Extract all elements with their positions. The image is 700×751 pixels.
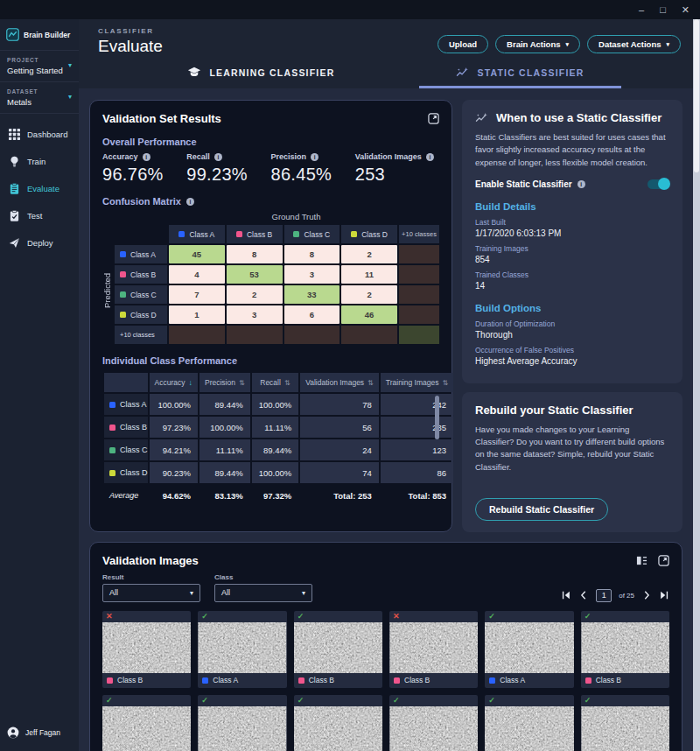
cm-cell-value[interactable]: 11 xyxy=(341,265,397,284)
value-cell: 78 xyxy=(300,394,379,415)
info-icon[interactable]: i xyxy=(214,153,222,161)
table-scrollbar[interactable] xyxy=(435,396,439,439)
first-page-button[interactable] xyxy=(561,590,571,600)
average-label: Average xyxy=(104,485,148,506)
validation-image-card[interactable]: ✓Class C xyxy=(389,695,478,751)
info-icon[interactable]: i xyxy=(143,153,150,161)
brain-actions-label: Brain Actions xyxy=(507,39,560,49)
brain-actions-button[interactable]: Brain Actions▾ xyxy=(495,35,580,53)
panel-title: Validation Set Results xyxy=(102,112,221,125)
validation-images-panel: Validation Images ResultAll▾ClassAll▾ xyxy=(89,542,682,751)
window-titlebar: – □ ✕ xyxy=(0,0,700,19)
dataset-actions-button[interactable]: Dataset Actions▾ xyxy=(587,35,681,53)
validation-image-card[interactable]: ✕Class B xyxy=(102,611,191,688)
value-cell: 24 xyxy=(300,439,379,460)
result-indicator: ✓ xyxy=(581,611,669,622)
main-area: CLASSIFIER Evaluate Upload Brain Actions… xyxy=(79,19,693,751)
cm-cell-value[interactable]: 2 xyxy=(341,285,397,304)
sidebar-item-train[interactable]: Train xyxy=(0,148,79,175)
sidebar-item-deploy[interactable]: Deploy xyxy=(0,229,79,256)
validation-image-card[interactable]: ✓Class B xyxy=(294,611,382,688)
cm-cell-value[interactable]: 8 xyxy=(227,245,283,263)
class-color-chip xyxy=(109,470,116,476)
cm-cell-value[interactable]: 2 xyxy=(341,245,397,263)
column-header-validation-images[interactable]: Validation Images⇅ xyxy=(300,373,379,392)
close-button[interactable]: ✕ xyxy=(682,5,690,15)
page-eyebrow: CLASSIFIER xyxy=(98,27,163,35)
confusion-matrix-grid: Class AClass BClass CClass D+10 classesC… xyxy=(115,225,439,344)
column-header-accuracy[interactable]: Accuracy↓ xyxy=(150,373,198,392)
info-icon[interactable]: i xyxy=(186,198,194,206)
cm-cell-value[interactable]: 53 xyxy=(227,265,283,284)
validation-image-card[interactable]: ✓Class B xyxy=(581,611,669,688)
info-icon[interactable]: i xyxy=(311,153,318,161)
class-filter-select[interactable]: All▾ xyxy=(214,584,312,602)
info-icon[interactable]: i xyxy=(578,180,585,188)
class-color-chip xyxy=(120,291,126,298)
previous-page-button[interactable] xyxy=(578,590,589,600)
app-scrollbar[interactable] xyxy=(693,19,700,751)
user-profile[interactable]: Jeff Fagan xyxy=(0,719,79,746)
cm-cell-value[interactable]: 6 xyxy=(284,305,340,324)
class-color-chip xyxy=(489,677,495,684)
list-view-icon[interactable] xyxy=(636,555,648,566)
sidebar-item-dashboard[interactable]: Dashboard xyxy=(0,121,79,148)
tab-learning-classifier[interactable]: LEARNING CLASSIFIER xyxy=(150,60,371,88)
cm-cell-value[interactable]: 3 xyxy=(284,265,340,284)
class-name: Class C xyxy=(120,446,148,454)
value-cell: 89.44% xyxy=(200,394,250,415)
class-name-cell: Class B xyxy=(104,417,148,438)
column-header-precision[interactable]: Precision⇅ xyxy=(200,373,250,392)
column-header-training-images[interactable]: Training Images⇅ xyxy=(381,373,453,392)
page-number-input[interactable]: 1 xyxy=(596,589,612,602)
minimize-button[interactable]: – xyxy=(639,5,644,15)
result-filter-select[interactable]: All▾ xyxy=(102,584,200,602)
validation-image-card[interactable]: ✓Class D xyxy=(294,695,382,751)
class-performance-table: Accuracy↓Precision⇅Recall⇅Validation Ima… xyxy=(102,371,455,508)
validation-image-card[interactable]: ✕Class B xyxy=(389,611,478,688)
chevron-down-icon: ▾ xyxy=(302,589,305,597)
image-class-name: Class B xyxy=(596,676,621,684)
cm-cell-value[interactable]: 45 xyxy=(169,245,225,263)
validation-image-card[interactable]: ✓Class A xyxy=(198,611,286,688)
class-color-chip xyxy=(178,231,185,237)
validation-image-card[interactable]: ✓Class B xyxy=(198,695,286,751)
validation-image-card[interactable]: ✓Class B xyxy=(485,695,573,751)
sidebar-menu: DashboardTrainEvaluateTestDeploy xyxy=(0,121,79,256)
next-page-button[interactable] xyxy=(641,590,652,600)
scrollbar-thumb[interactable] xyxy=(694,19,699,172)
cm-cell-value[interactable]: 33 xyxy=(284,285,340,304)
validation-image-card[interactable]: ✓Class A xyxy=(485,611,573,688)
cm-cell-value[interactable]: 46 xyxy=(341,305,397,324)
expand-icon[interactable] xyxy=(428,113,439,124)
enable-static-classifier-toggle[interactable] xyxy=(648,179,669,189)
app-brand[interactable]: Brain Builder xyxy=(0,19,79,51)
dataset-selector[interactable]: DATASET Metals ▾ xyxy=(0,82,79,114)
detail-field: Occurrence of False PositivesHighest Ave… xyxy=(475,346,669,366)
cm-cell-value[interactable]: 1 xyxy=(169,305,225,324)
info-icon[interactable]: i xyxy=(426,153,434,161)
result-indicator: ✓ xyxy=(294,611,382,622)
correct-check-icon: ✓ xyxy=(488,697,495,705)
cm-column-header-label: Class C xyxy=(304,230,330,239)
maximize-button[interactable]: □ xyxy=(660,5,666,15)
validation-image-card[interactable]: ✓Class D xyxy=(581,695,669,751)
last-page-button[interactable] xyxy=(659,590,669,600)
sidebar: Brain Builder PROJECT Getting Started ▾ … xyxy=(0,19,79,751)
cm-cell-value[interactable]: 7 xyxy=(169,285,225,304)
cm-cell-value[interactable]: 4 xyxy=(169,265,225,284)
upload-button[interactable]: Upload xyxy=(438,35,488,53)
cm-cell-value[interactable]: 8 xyxy=(284,245,340,263)
sidebar-item-test[interactable]: Test xyxy=(0,202,79,229)
validation-image-card[interactable]: ✓Class C xyxy=(102,695,191,751)
expand-icon[interactable] xyxy=(658,555,669,566)
project-selector[interactable]: PROJECT Getting Started ▾ xyxy=(0,51,79,82)
metric-validation-images: Validation Imagesi253 xyxy=(355,152,439,185)
cm-cell-value[interactable]: 2 xyxy=(227,285,283,304)
column-header-recall[interactable]: Recall⇅ xyxy=(252,373,299,392)
sidebar-item-evaluate[interactable]: Evaluate xyxy=(0,175,79,202)
tab-static-classifier[interactable]: STATIC CLASSIFIER xyxy=(419,60,620,88)
cm-cell-value[interactable]: 3 xyxy=(227,305,283,324)
rebuild-static-classifier-button[interactable]: Rebuild Static Classifier xyxy=(475,498,608,521)
metric-label-text: Precision xyxy=(271,152,307,161)
